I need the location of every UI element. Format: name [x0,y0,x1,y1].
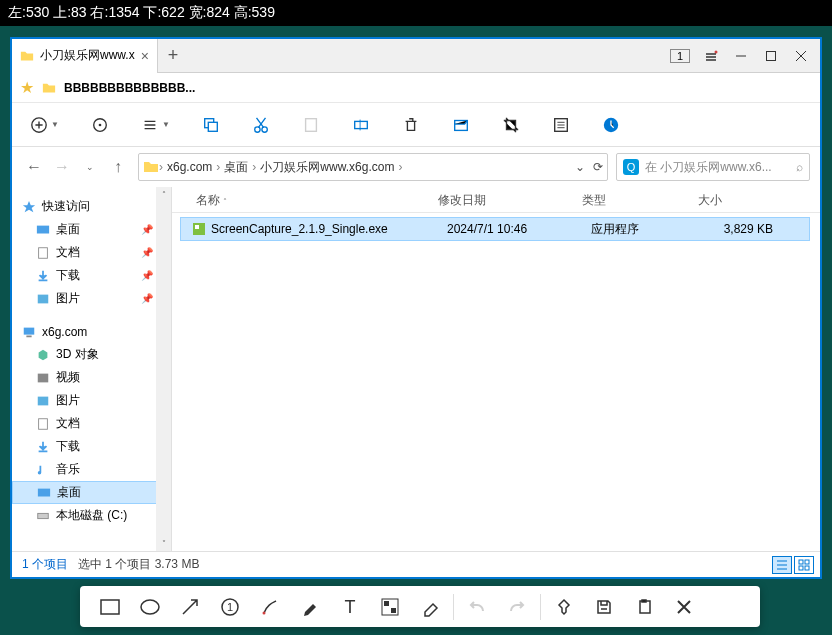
breadcrumb[interactable]: › x6g.com › 桌面 › 小刀娱乐网www.x6g.com › ⌄ ⟳ [138,153,608,181]
column-size[interactable]: 大小 [688,187,774,212]
pen-tool[interactable] [250,588,290,626]
exe-icon [191,221,207,237]
undo-button[interactable] [457,588,497,626]
coordinates-bar: 左:530 上:83 右:1354 下:622 宽:824 高:539 [0,0,832,26]
minimize-button[interactable] [726,43,756,69]
bookmark-item[interactable]: BBBBBBBBBBBBBB... [64,81,195,95]
paste-button[interactable] [302,116,320,134]
redo-button[interactable] [497,588,537,626]
view-details-button[interactable] [772,556,792,574]
svg-point-31 [141,600,159,614]
close-window-button[interactable] [786,43,816,69]
forward-button[interactable]: → [50,155,74,179]
svg-rect-18 [26,335,31,337]
folder-icon [143,159,159,175]
pin-button[interactable] [544,588,584,626]
search-go-icon[interactable]: ⌕ [796,160,803,174]
file-row[interactable]: ScreenCapture_2.1.9_Single.exe 2024/7/1 … [180,217,810,241]
refresh-icon[interactable]: ⟳ [593,160,603,174]
cut-button[interactable] [252,116,270,134]
sidebar-local-disk[interactable]: 本地磁盘 (C:) [12,504,171,527]
crumb-1[interactable]: x6g.com [163,160,216,174]
sidebar-documents[interactable]: 文档📌 [12,241,171,264]
sidebar-quick-access[interactable]: 快速访问 [12,195,171,218]
scrollbar[interactable]: ˄ ˅ [156,187,171,551]
crop-button[interactable] [502,116,520,134]
star-icon[interactable]: ★ [20,78,34,97]
explorer-window: 小刀娱乐网www.x × + 1 ★ BBBBBBBBBBBBBB... ▼ ▼ [10,37,822,579]
file-date: 2024/7/1 10:46 [437,222,581,236]
delete-button[interactable] [402,116,420,134]
svg-rect-9 [305,118,316,131]
crumb-3[interactable]: 小刀娱乐网www.x6g.com [256,159,398,176]
tab-title: 小刀娱乐网www.x [40,47,135,64]
column-type[interactable]: 类型 [572,187,688,212]
address-bar-row: ← → ⌄ ↑ › x6g.com › 桌面 › 小刀娱乐网www.x6g.co… [12,147,820,187]
maximize-button[interactable] [756,43,786,69]
svg-rect-28 [799,566,803,570]
svg-point-34 [263,611,266,614]
copy-button[interactable] [624,588,664,626]
close-tab-icon[interactable]: × [141,48,149,64]
search-input[interactable]: Q 在 小刀娱乐网www.x6... ⌕ [616,153,810,181]
folder-icon [42,81,56,95]
back-button[interactable]: ← [22,155,46,179]
svg-rect-6 [208,122,217,131]
column-name[interactable]: 名称 ˄ [172,187,428,212]
svg-text:1: 1 [227,601,233,613]
sidebar-downloads2[interactable]: 下载 [12,435,171,458]
rename-button[interactable] [352,116,370,134]
properties-button[interactable] [552,116,570,134]
breadcrumb-dropdown-icon[interactable]: ⌄ [575,160,585,174]
arrow-tool[interactable] [170,588,210,626]
sidebar-3d[interactable]: 3D 对象 [12,343,171,366]
ellipse-tool[interactable] [130,588,170,626]
sidebar-this-pc[interactable]: x6g.com [12,320,171,343]
sidebar-pictures2[interactable]: 图片 [12,389,171,412]
sidebar-videos[interactable]: 视频 [12,366,171,389]
close-toolbar-button[interactable] [664,588,704,626]
highlighter-tool[interactable] [290,588,330,626]
scroll-down-icon[interactable]: ˅ [156,536,171,551]
scroll-up-icon[interactable]: ˄ [156,187,171,202]
toolbar: ▼ ▼ [12,103,820,147]
copy-button[interactable] [202,116,220,134]
sort-button[interactable]: ▼ [141,116,170,134]
crumb-2[interactable]: 桌面 [220,159,252,176]
new-button[interactable]: ▼ [30,116,59,134]
view-icons-button[interactable] [794,556,814,574]
rectangle-tool[interactable] [90,588,130,626]
rotate-button[interactable] [91,116,109,134]
column-date[interactable]: 修改日期 [428,187,572,212]
svg-rect-14 [37,225,49,233]
up-button[interactable]: ↑ [106,155,130,179]
sidebar-downloads[interactable]: 下载📌 [12,264,171,287]
sidebar-desktop2[interactable]: 桌面 [12,481,171,504]
recent-dropdown[interactable]: ⌄ [78,155,102,179]
svg-rect-10 [355,121,368,128]
mosaic-tool[interactable] [370,588,410,626]
file-size: 3,829 KB [697,222,783,236]
sidebar-music[interactable]: 音乐 [12,458,171,481]
browser-tab[interactable]: 小刀娱乐网www.x × [12,39,158,73]
sidebar-pictures[interactable]: 图片📌 [12,287,171,310]
item-count: 1 个项目 [22,556,68,573]
svg-rect-20 [38,396,49,405]
menu-button[interactable] [696,43,726,69]
eraser-tool[interactable] [410,588,450,626]
file-name: ScreenCapture_2.1.9_Single.exe [211,222,388,236]
open-button[interactable] [452,116,470,134]
sidebar-documents2[interactable]: 文档 [12,412,171,435]
svg-rect-26 [799,560,803,564]
number-tool[interactable]: 1 [210,588,250,626]
annotation-toolbar: 1 T [80,586,760,627]
new-tab-button[interactable]: + [158,45,189,66]
svg-point-7 [255,126,260,131]
sidebar-desktop[interactable]: 桌面📌 [12,218,171,241]
selection-info: 选中 1 个项目 3.73 MB [78,556,199,573]
svg-rect-23 [38,513,49,518]
text-tool[interactable]: T [330,588,370,626]
save-button[interactable] [584,588,624,626]
svg-rect-1 [767,51,776,60]
history-button[interactable] [602,116,620,134]
